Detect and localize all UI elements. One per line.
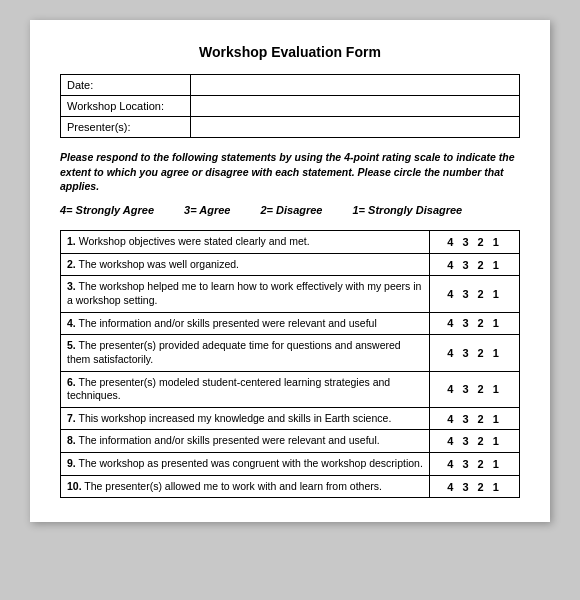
- scale-item-0: 4= Strongly Agree: [60, 204, 154, 216]
- scale-item-3: 1= Strongly Disagree: [353, 204, 463, 216]
- statement-cell-5: 6. The presenter(s) modeled student-cent…: [61, 371, 430, 407]
- rating-cell-5[interactable]: 4 3 2 1: [430, 371, 520, 407]
- rating-cell-1[interactable]: 4 3 2 1: [430, 253, 520, 276]
- eval-row-3: 4. The information and/or skills present…: [61, 312, 520, 335]
- scale-row: 4= Strongly Agree3= Agree2= Disagree1= S…: [60, 204, 520, 216]
- statement-cell-4: 5. The presenter(s) provided adequate ti…: [61, 335, 430, 371]
- statement-cell-7: 8. The information and/or skills present…: [61, 430, 430, 453]
- header-value-1[interactable]: [191, 96, 520, 117]
- header-row-2: Presenter(s):: [61, 117, 520, 138]
- statement-cell-9: 10. The presenter(s) allowed me to work …: [61, 475, 430, 498]
- header-label-2: Presenter(s):: [61, 117, 191, 138]
- rating-cell-8[interactable]: 4 3 2 1: [430, 453, 520, 476]
- header-row-1: Workshop Location:: [61, 96, 520, 117]
- rating-cell-0[interactable]: 4 3 2 1: [430, 231, 520, 254]
- eval-row-9: 10. The presenter(s) allowed me to work …: [61, 475, 520, 498]
- eval-row-0: 1. Workshop objectives were stated clear…: [61, 231, 520, 254]
- statement-cell-6: 7. This workshop increased my knowledge …: [61, 407, 430, 430]
- statement-cell-2: 3. The workshop helped me to learn how t…: [61, 276, 430, 312]
- header-value-0[interactable]: [191, 75, 520, 96]
- evaluation-table: 1. Workshop objectives were stated clear…: [60, 230, 520, 498]
- page-title: Workshop Evaluation Form: [60, 44, 520, 60]
- rating-cell-4[interactable]: 4 3 2 1: [430, 335, 520, 371]
- rating-cell-7[interactable]: 4 3 2 1: [430, 430, 520, 453]
- header-row-0: Date:: [61, 75, 520, 96]
- header-label-1: Workshop Location:: [61, 96, 191, 117]
- page-container: Workshop Evaluation Form Date: Workshop …: [30, 20, 550, 522]
- header-value-2[interactable]: [191, 117, 520, 138]
- rating-cell-6[interactable]: 4 3 2 1: [430, 407, 520, 430]
- statement-cell-3: 4. The information and/or skills present…: [61, 312, 430, 335]
- eval-row-6: 7. This workshop increased my knowledge …: [61, 407, 520, 430]
- rating-cell-3[interactable]: 4 3 2 1: [430, 312, 520, 335]
- eval-row-8: 9. The workshop as presented was congrue…: [61, 453, 520, 476]
- eval-row-7: 8. The information and/or skills present…: [61, 430, 520, 453]
- eval-row-5: 6. The presenter(s) modeled student-cent…: [61, 371, 520, 407]
- eval-row-2: 3. The workshop helped me to learn how t…: [61, 276, 520, 312]
- rating-cell-2[interactable]: 4 3 2 1: [430, 276, 520, 312]
- statement-cell-1: 2. The workshop was well organized.: [61, 253, 430, 276]
- instructions-text: Please respond to the following statemen…: [60, 150, 520, 194]
- scale-item-1: 3= Agree: [184, 204, 230, 216]
- header-table: Date: Workshop Location: Presenter(s):: [60, 74, 520, 138]
- statement-cell-8: 9. The workshop as presented was congrue…: [61, 453, 430, 476]
- eval-row-4: 5. The presenter(s) provided adequate ti…: [61, 335, 520, 371]
- eval-row-1: 2. The workshop was well organized. 4 3 …: [61, 253, 520, 276]
- statement-cell-0: 1. Workshop objectives were stated clear…: [61, 231, 430, 254]
- rating-cell-9[interactable]: 4 3 2 1: [430, 475, 520, 498]
- header-label-0: Date:: [61, 75, 191, 96]
- scale-item-2: 2= Disagree: [260, 204, 322, 216]
